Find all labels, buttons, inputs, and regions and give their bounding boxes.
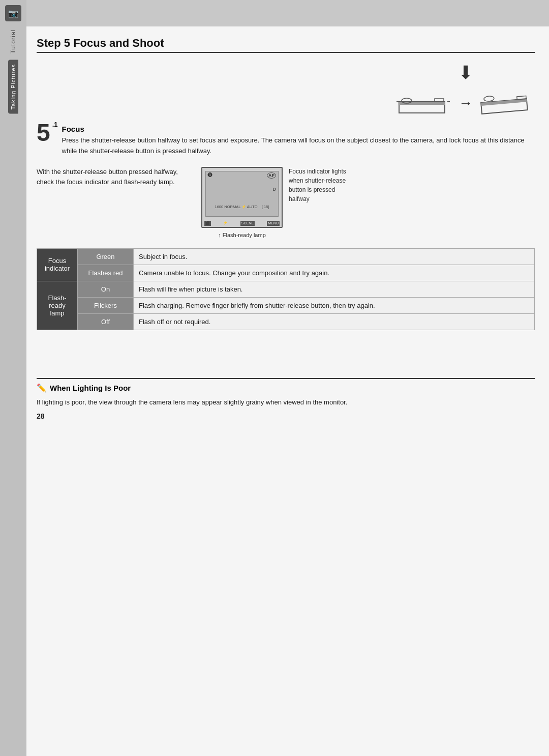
focus-text-column: Focus Press the shutter-release button h… [62, 125, 535, 157]
camera-angled-diagram [479, 86, 535, 120]
note-section: ✏️ When Lighting Is Poor If lighting is … [37, 378, 535, 408]
off-description: Flash off or not required. [134, 313, 535, 330]
sidebar: 📷 Tutorial Taking Pictures [0, 0, 26, 756]
on-state: On [78, 281, 134, 297]
focus-indicator-annotation: Focus indicator lights when shutter-rele… [289, 167, 355, 203]
flash-ready-lamp-label: Flash-readylamp [37, 281, 78, 330]
table-row: Flickers Flash charging. Remove finger b… [37, 297, 535, 313]
second-para-section: With the shutter-release button pressed … [37, 167, 535, 238]
table-row: Off Flash off or not required. [37, 313, 535, 330]
flickers-description: Flash charging. Remove finger briefly fr… [134, 297, 535, 313]
spacer [37, 342, 535, 373]
flash-ready-label: ↑ Flash-ready lamp [218, 232, 266, 238]
table-row: Focusindicator Green Subject in focus. [37, 248, 535, 265]
note-title: When Lighting Is Poor [50, 384, 131, 392]
focus-title: Focus [62, 125, 535, 133]
step-number: 5 [37, 121, 50, 145]
focus-section: 5.1 Focus Press the shutter-release butt… [37, 125, 535, 157]
screen-btn-menu: MENU [267, 221, 280, 226]
screen-af-label: AF [267, 172, 276, 179]
green-state: Green [78, 248, 134, 265]
focus-indicator-label: Focusindicator [37, 248, 78, 281]
second-para-text: With the shutter-release button pressed … [37, 167, 189, 188]
camera-diagrams-right: ⬇ → [396, 62, 535, 120]
screen-annotations: Focus indicator lights when shutter-rele… [289, 167, 355, 214]
svg-point-8 [484, 96, 495, 102]
table-row: Flash-readylamp On Flash will fire when … [37, 281, 535, 297]
camera-lcd-screen: 🅐 AF D 1600 NORMAL ⚡ AUTO [ 15] ⬛ ⚡ SCEN… [201, 167, 283, 228]
camera-flat-diagram [396, 86, 452, 120]
note-heading: ✏️ When Lighting Is Poor [37, 383, 535, 393]
flashes-red-state: Flashes red [78, 265, 134, 281]
step-heading: Step 5 Focus and Shoot [37, 37, 535, 53]
top-diagram-area: ⬇ → [37, 62, 535, 120]
step-sub: .1 [52, 121, 58, 128]
screen-bottom-bar: ⬛ ⚡ SCENE MENU [204, 221, 280, 226]
flickers-state: Flickers [78, 297, 134, 313]
screen-d-label: D [273, 187, 277, 192]
screen-inner: 🅐 AF D 1600 NORMAL ⚡ AUTO [ 15] [205, 171, 279, 217]
note-body: If lighting is poor, the view through th… [37, 397, 535, 408]
on-description: Flash will fire when picture is taken. [134, 281, 535, 297]
off-state: Off [78, 313, 134, 330]
screen-btn-scene: SCENE [240, 221, 255, 226]
camera-screen-area: 🅐 AF D 1600 NORMAL ⚡ AUTO [ 15] ⬛ ⚡ SCEN… [201, 167, 355, 238]
main-content: Step 5 Focus and Shoot ⬇ [26, 0, 549, 756]
green-description: Subject in focus. [134, 248, 535, 265]
sidebar-labels: Tutorial Taking Pictures [8, 30, 18, 756]
flashes-red-description: Camera unable to focus. Change your comp… [134, 265, 535, 281]
camera-icon: 📷 [5, 5, 21, 21]
screen-info-text: 1600 NORMAL ⚡ AUTO [ 15] [208, 205, 276, 209]
screen-btn-1: ⬛ [204, 221, 211, 226]
screen-top-bar: 🅐 AF [206, 171, 278, 180]
arrow-right-icon: → [459, 95, 473, 111]
sidebar-tab-taking-pictures: Taking Pictures [8, 60, 18, 114]
page-number: 28 [37, 412, 535, 420]
down-arrow-icon: ⬇ [458, 62, 473, 83]
screen-mode-icon: 🅐 [208, 172, 212, 179]
pencil-icon: ✏️ [37, 383, 47, 393]
indicator-table: Focusindicator Green Subject in focus. F… [37, 248, 535, 330]
camera-diagram-row: → [396, 86, 535, 120]
focus-body: Press the shutter-release button halfway… [62, 135, 535, 157]
screen-btn-2: ⚡ [223, 221, 228, 226]
content-area: Step 5 Focus and Shoot ⬇ [26, 26, 549, 756]
sidebar-label-tutorial: Tutorial [10, 30, 17, 54]
top-bar [26, 0, 549, 26]
table-row: Flashes red Camera unable to focus. Chan… [37, 265, 535, 281]
